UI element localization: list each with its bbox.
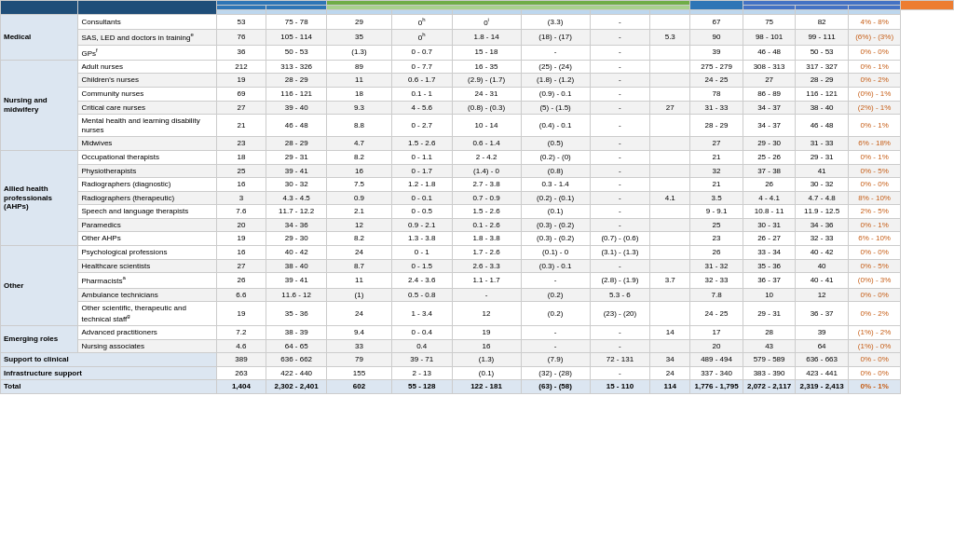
data-cell-proj_2026: 24 - 25 <box>690 302 743 326</box>
data-cell-proj_2026: 39 <box>690 45 743 60</box>
data-cell-bank <box>650 302 690 326</box>
data-cell-intl: (25) - (24) <box>521 60 590 74</box>
table-row: Nursing and midwiferyAdult nurses212313 … <box>1 60 954 74</box>
data-cell-demand: 422 - 440 <box>266 366 327 380</box>
section-label-cell: Allied health professionals (AHPs) <box>1 150 78 245</box>
data-cell-supply: 53 <box>216 15 266 30</box>
data-cell-retention: 0 - 0.1 <box>391 191 452 205</box>
data-cell-supply: 25 <box>216 164 266 178</box>
data-cell-proj_2036: 11.9 - 12.5 <box>796 205 849 219</box>
total-cell-skills: 122 - 181 <box>452 380 521 394</box>
data-cell-skills: 12 <box>452 302 521 326</box>
data-cell-proj_2031: 34 - 37 <box>743 101 796 115</box>
profession-cell: Radiographers (diagnostic) <box>78 178 216 192</box>
table-row: Community nurses69116 - 121180.1 - 124 -… <box>1 87 954 101</box>
data-cell-proj_2036: 4.7 - 4.8 <box>796 191 849 205</box>
data-cell-other_rec: - <box>590 259 650 273</box>
data-cell-proj_2031: 36 - 37 <box>743 273 796 288</box>
data-cell-proj_2031: 43 <box>743 339 796 353</box>
data-cell-proj_2026: 17 <box>690 325 743 339</box>
data-cell-bank: 4.1 <box>650 191 690 205</box>
section-label-cell: Nursing and midwifery <box>1 60 78 150</box>
data-cell-bank <box>650 178 690 192</box>
data-cell-intl: (0.1) <box>521 205 590 219</box>
table-row: Radiographers (diagnostic)1630 - 327.51.… <box>1 178 954 192</box>
data-cell-proj_2036: 32 - 33 <box>796 232 849 246</box>
profession-cell: Adult nurses <box>78 60 216 74</box>
data-cell-demand: 313 - 326 <box>266 60 327 74</box>
data-cell-intl: (0.2) <box>521 302 590 326</box>
data-cell-proj_2036: 423 - 441 <box>796 366 849 380</box>
data-cell-demand: 40 - 42 <box>266 246 327 260</box>
data-cell-demand: 50 - 53 <box>266 45 327 60</box>
data-cell-other_rec: - <box>590 218 650 232</box>
workforce-table: MedicalConsultants5375 - 78290h0i(3.3)-6… <box>0 0 954 394</box>
profession-cell: Healthcare scientists <box>78 259 216 273</box>
data-cell-proj_2036: 317 - 327 <box>796 60 849 74</box>
data-cell-skills: 2.6 - 3.3 <box>452 259 521 273</box>
data-cell-retention: 0 - 0.5 <box>391 205 452 219</box>
data-cell-proj_2026: 25 <box>690 218 743 232</box>
data-cell-counter: 9.3 <box>326 101 391 115</box>
data-cell-proj_2026: 20 <box>690 339 743 353</box>
data-cell-retention: 0.1 - 1 <box>391 87 452 101</box>
data-cell-skills: (2.9) - (1.7) <box>452 74 521 88</box>
data-cell-range: 0% - 1% <box>848 150 901 164</box>
data-cell-range: 0% - 0% <box>848 353 901 367</box>
data-cell-counter: (1) <box>326 288 391 302</box>
data-cell-other_rec: - <box>590 178 650 192</box>
total-cell-counter: 602 <box>326 380 391 394</box>
data-cell-skills: 0i <box>452 15 521 30</box>
data-cell-other_rec: - <box>590 101 650 115</box>
data-cell-counter: 2.1 <box>326 205 391 219</box>
profession-cell: Consultants <box>78 15 216 30</box>
data-cell-supply: 16 <box>216 178 266 192</box>
table-row: Speech and language therapists7.611.7 - … <box>1 205 954 219</box>
professions-header <box>78 1 216 15</box>
data-cell-skills: 0.6 - 1.4 <box>452 137 521 151</box>
data-cell-proj_2026: 78 <box>690 87 743 101</box>
data-cell-proj_2036: 39 <box>796 325 849 339</box>
data-cell-supply: 19 <box>216 232 266 246</box>
data-cell-skills: 1.8 - 14 <box>452 30 521 45</box>
data-cell-other_rec: - <box>590 325 650 339</box>
data-cell-counter: 155 <box>326 366 391 380</box>
profession-cell: Nursing associates <box>78 339 216 353</box>
data-cell-range: (2%) - 1% <box>848 101 901 115</box>
total-cell-range: 0% - 1% <box>848 380 901 394</box>
data-cell-demand: 38 - 40 <box>266 259 327 273</box>
total-cell-proj_2031: 2,072 - 2,117 <box>743 380 796 394</box>
data-cell-proj_2036: 116 - 121 <box>796 87 849 101</box>
section-name-cell: Support to clinical <box>1 353 217 367</box>
section-name-cell: Infrastructure support <box>1 366 217 380</box>
data-cell-supply: 26 <box>216 273 266 288</box>
data-cell-retention: 0.6 - 1.7 <box>391 74 452 88</box>
data-cell-proj_2036: 28 - 29 <box>796 74 849 88</box>
data-cell-bank <box>650 137 690 151</box>
table-row: Physiotherapists2539 - 41160 - 1.7(1.4) … <box>1 164 954 178</box>
data-cell-counter: 11 <box>326 74 391 88</box>
data-cell-skills: - <box>452 288 521 302</box>
data-cell-skills: 16 - 35 <box>452 60 521 74</box>
data-cell-proj_2031: 35 - 36 <box>743 259 796 273</box>
data-cell-counter: 35 <box>326 30 391 45</box>
data-cell-retention: 2 - 13 <box>391 366 452 380</box>
total-cell-proj_2036: 2,319 - 2,413 <box>796 380 849 394</box>
data-cell-retention: 0.5 - 0.8 <box>391 288 452 302</box>
data-cell-proj_2036: 30 - 32 <box>796 178 849 192</box>
data-cell-proj_2026: 24 - 25 <box>690 74 743 88</box>
data-cell-demand: 39 - 41 <box>266 164 327 178</box>
data-cell-range: 0% - 0% <box>848 366 901 380</box>
data-cell-bank: 24 <box>650 366 690 380</box>
data-cell-intl: (0.3) - 0.1 <box>521 259 590 273</box>
total-label-cell: Total <box>1 380 217 394</box>
data-cell-intl: (0.1) - 0 <box>521 246 590 260</box>
data-cell-proj_2031: 75 <box>743 15 796 30</box>
data-cell-proj_2026: 27 <box>690 137 743 151</box>
data-cell-range: 0% - 1% <box>848 60 901 74</box>
data-cell-other_rec: - <box>590 74 650 88</box>
data-cell-counter: 9.4 <box>326 325 391 339</box>
data-cell-skills: (0.1) <box>452 366 521 380</box>
data-cell-other_rec: - <box>590 164 650 178</box>
profession-cell: Physiotherapists <box>78 164 216 178</box>
